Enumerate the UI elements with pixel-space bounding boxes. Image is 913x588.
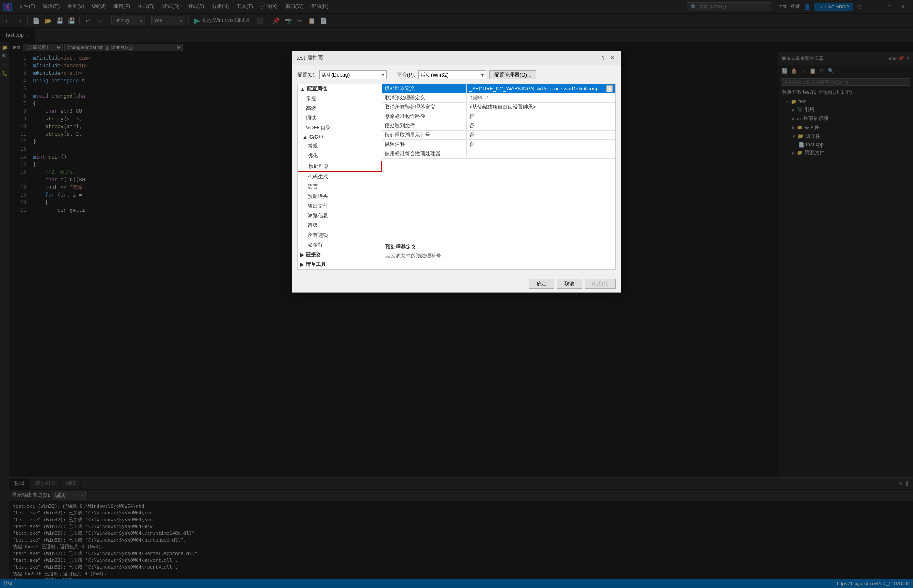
tree-general[interactable]: 常规 bbox=[298, 94, 382, 104]
tree-all-options[interactable]: 所有选项 bbox=[298, 230, 382, 240]
prop-row-suppress-line-numbers[interactable]: 预处理取消显示行号 否 bbox=[382, 131, 615, 140]
prop-name-suppress-line-numbers: 预处理取消显示行号 bbox=[382, 131, 467, 139]
tree-code-gen[interactable]: 代码生成 bbox=[298, 172, 382, 182]
properties-modal: test 属性页 ? ✕ 配置(C): 活动(Debug) ▼ 平台(P): bbox=[292, 51, 621, 293]
tree-manifest-label: 清单工具 bbox=[306, 261, 326, 268]
modal-close-btn[interactable]: ✕ bbox=[608, 54, 617, 62]
tree-expand-linker: ▶ bbox=[300, 252, 304, 258]
prop-name-preprocessor-def: 预处理器定义 bbox=[382, 84, 467, 93]
modal-properties-table: 预处理器定义 _SECURE_NO_WARNINGS;%(Preprocesso… bbox=[382, 84, 616, 240]
prop-value-text: _SECURE_NO_WARNINGS;%(PreprocessorDefini… bbox=[469, 86, 604, 92]
modal-split: ▲ 配置属性 常规 高级 调试 VC++ 目录 ▲ C/C++ 常规 优化 预处… bbox=[297, 84, 616, 270]
modal-cancel-btn[interactable]: 取消 bbox=[557, 279, 582, 289]
tree-linker-label: 链接器 bbox=[306, 251, 321, 258]
prop-name-conformant-preprocessor: 使用标准符合性预处理器 bbox=[382, 149, 467, 158]
modal-title: test 属性页 bbox=[296, 54, 323, 62]
platform-select-wrap: 活动(Win32) ▼ bbox=[418, 70, 486, 79]
prop-name-keep-comments: 保留注释 bbox=[382, 140, 467, 149]
modal-tree: ▲ 配置属性 常规 高级 调试 VC++ 目录 ▲ C/C++ 常规 优化 预处… bbox=[297, 84, 382, 270]
modal-description: 预处理器定义 定义源文件的预处理符号。 bbox=[382, 240, 616, 270]
tree-language[interactable]: 语言 bbox=[298, 182, 382, 191]
modal-right-container: 预处理器定义 _SECURE_NO_WARNINGS;%(Preprocesso… bbox=[382, 84, 616, 270]
tree-browse-info[interactable]: 浏览信息 bbox=[298, 211, 382, 221]
config-select-wrap: 活动(Debug) ▼ bbox=[319, 70, 387, 79]
tree-expand-manifest: ▶ bbox=[300, 262, 304, 268]
prop-row-preprocess-to-file[interactable]: 预处理到文件 否 bbox=[382, 121, 615, 131]
modal-config-row: 配置(C): 活动(Debug) ▼ 平台(P): 活动(Win32) ▼ 配置… bbox=[297, 70, 616, 79]
tree-manifest-tool[interactable]: ▶ 清单工具 bbox=[298, 260, 382, 269]
tree-advanced[interactable]: 高级 bbox=[298, 104, 382, 113]
tree-expand-cpp: ▲ bbox=[303, 134, 308, 140]
prop-value-ignore-std-include: 否 bbox=[467, 112, 615, 121]
prop-row-preprocessor-def[interactable]: 预处理器定义 _SECURE_NO_WARNINGS;%(Preprocesso… bbox=[382, 84, 615, 93]
prop-row-undefine-all[interactable]: 取消所有预处理器定义 <从父级或项目默认设置继承> bbox=[382, 103, 615, 112]
modal-overlay: test 属性页 ? ✕ 配置(C): 活动(Debug) ▼ 平台(P): bbox=[0, 0, 913, 588]
prop-value-conformant-preprocessor bbox=[467, 149, 615, 158]
tree-expand-config: ▲ bbox=[300, 86, 305, 92]
prop-dropdown-btn[interactable]: ▼ bbox=[606, 85, 613, 92]
prop-name-undefine: 取消预处理器定义 bbox=[382, 93, 467, 102]
tree-pch[interactable]: 预编译头 bbox=[298, 191, 382, 201]
tree-group-config[interactable]: ▲ 配置属性 bbox=[298, 84, 382, 94]
tree-vc-dirs[interactable]: VC++ 目录 bbox=[298, 123, 382, 133]
tree-output-files[interactable]: 输出文件 bbox=[298, 201, 382, 211]
modal-footer: 确定 取消 应用(A) bbox=[292, 275, 621, 292]
prop-value-preprocessor-def[interactable]: _SECURE_NO_WARNINGS;%(PreprocessorDefini… bbox=[467, 84, 615, 93]
modal-controls: ? ✕ bbox=[599, 54, 617, 62]
prop-value-undefine-all: <从父级或项目默认设置继承> bbox=[467, 103, 615, 112]
config-manager-btn[interactable]: 配置管理器(O)... bbox=[489, 70, 536, 79]
prop-value-undefine: <编辑...> bbox=[467, 93, 615, 102]
tree-preprocessor[interactable]: 预处理器 bbox=[298, 161, 382, 172]
prop-row-keep-comments[interactable]: 保留注释 否 bbox=[382, 140, 615, 149]
tree-command-line[interactable]: 命令行 bbox=[298, 240, 382, 250]
config-select[interactable]: 活动(Debug) bbox=[319, 70, 387, 79]
tree-group-cpp[interactable]: ▲ C/C++ bbox=[298, 133, 382, 141]
prop-name-preprocess-to-file: 预处理到文件 bbox=[382, 121, 467, 130]
prop-row-undefine[interactable]: 取消预处理器定义 <编辑...> bbox=[382, 93, 615, 103]
platform-label: 平台(P): bbox=[397, 71, 415, 79]
modal-title-bar: test 属性页 ? ✕ bbox=[292, 51, 621, 65]
prop-row-ignore-std-include[interactable]: 忽略标准包含路径 否 bbox=[382, 112, 615, 121]
platform-select[interactable]: 活动(Win32) bbox=[418, 70, 486, 79]
prop-value-suppress-line-numbers: 否 bbox=[467, 131, 615, 139]
modal-ok-btn[interactable]: 确定 bbox=[529, 279, 554, 289]
tree-cpp-advanced[interactable]: 高级 bbox=[298, 221, 382, 230]
tree-group-config-label: 配置属性 bbox=[307, 85, 327, 93]
tree-debug-config[interactable]: 调试 bbox=[298, 113, 382, 123]
prop-value-preprocess-to-file: 否 bbox=[467, 121, 615, 130]
prop-name-undefine-all: 取消所有预处理器定义 bbox=[382, 103, 467, 112]
modal-help-btn[interactable]: ? bbox=[599, 54, 607, 62]
tree-optimization[interactable]: 优化 bbox=[298, 151, 382, 161]
modal-desc-title: 预处理器定义 bbox=[385, 243, 612, 251]
prop-name-ignore-std-include: 忽略标准包含路径 bbox=[382, 112, 467, 121]
prop-row-conformant-preprocessor[interactable]: 使用标准符合性预处理器 bbox=[382, 149, 615, 159]
tree-xml-gen[interactable]: ▶ XML 文档生成器 bbox=[298, 269, 382, 270]
config-label: 配置(C): bbox=[297, 71, 316, 79]
tree-group-cpp-label: C/C++ bbox=[309, 134, 324, 140]
tree-linker[interactable]: ▶ 链接器 bbox=[298, 250, 382, 260]
prop-value-keep-comments: 否 bbox=[467, 140, 615, 149]
modal-apply-btn[interactable]: 应用(A) bbox=[585, 279, 616, 289]
tree-cpp-general[interactable]: 常规 bbox=[298, 141, 382, 151]
modal-body: 配置(C): 活动(Debug) ▼ 平台(P): 活动(Win32) ▼ 配置… bbox=[292, 65, 621, 275]
modal-desc-text: 定义源文件的预处理符号。 bbox=[385, 252, 612, 260]
